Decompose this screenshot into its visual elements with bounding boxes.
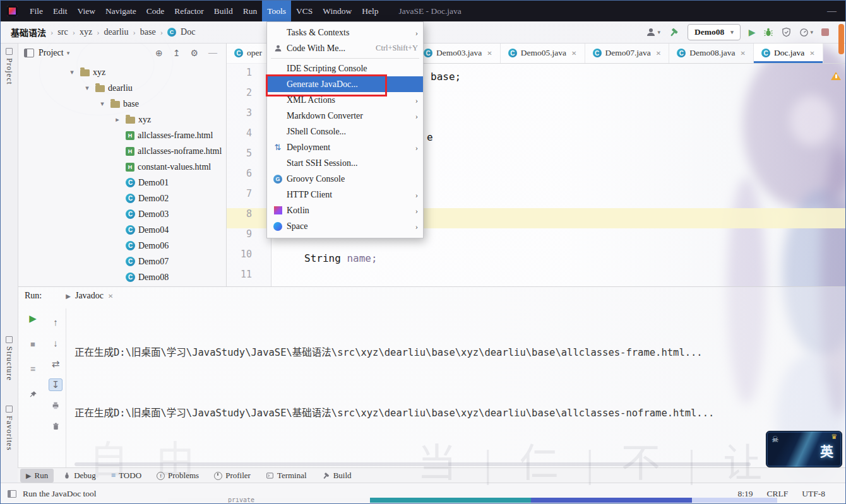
tree-item-demo01[interactable]: C Demo01 [18,175,226,190]
clear-console-icon[interactable] [49,420,63,433]
toolwindow-profiler[interactable]: Profiler [208,469,256,483]
tree-item-demo06[interactable]: C Demo06 [18,238,226,254]
minimize-button[interactable]: — [827,6,837,16]
tree-item-demo04[interactable]: C Demo04 [18,222,226,238]
menu-item-start-ssh-session[interactable]: Start SSH Session... [267,155,423,171]
tree-item-xyz[interactable]: ▾ xyz [18,64,226,80]
background-strip-teal [370,498,531,503]
breadcrumb-dearliu[interactable]: dearliu [104,27,129,37]
close-icon[interactable]: ✕ [108,293,113,300]
code-with-me-users-icon[interactable]: ▾ [646,27,660,37]
menu-build[interactable]: Build [209,1,238,21]
menu-code[interactable]: Code [141,1,170,21]
close-icon[interactable]: ✕ [571,50,576,57]
menu-window[interactable]: Window [318,1,357,21]
toolwindow-todo[interactable]: ≡ TODO [105,469,147,483]
menu-item-kotlin[interactable]: Kotlin › [267,202,423,218]
stripe-project[interactable]: Project [1,48,18,85]
menu-item-space[interactable]: Space › [267,218,423,234]
tree-item-allclasses-noframe[interactable]: H allclasses-noframe.html [18,143,226,159]
profiler-button[interactable]: ▾ [799,28,813,37]
breadcrumb-xyz[interactable]: xyz [80,27,92,37]
run-console-output[interactable]: 正在生成D:\旧桌面\学习\JavaStudy\JavaSE\基础语法\src\… [74,308,842,464]
tree-item-dearliu[interactable]: ▾ dearliu [18,80,226,96]
menu-item-http-client[interactable]: HTTP Client › [267,187,423,202]
tab-demo03[interactable]: C Demo03.java ✕ [416,43,501,63]
menu-run[interactable]: Run [238,1,263,21]
tab-demo07[interactable]: C Demo07.java ✕ [585,43,670,63]
menu-help[interactable]: Help [357,1,383,21]
run-configuration-select[interactable]: Demo08 ▾ [688,24,741,40]
toolwindow-debug[interactable]: Debug [57,469,102,483]
settings-gear-icon[interactable]: ⚙ [190,48,198,59]
project-panel-title[interactable]: Project [39,48,64,58]
menu-view[interactable]: View [73,1,100,21]
menu-tools[interactable]: Tools [262,1,291,21]
rerun-button[interactable]: ▶ [26,312,40,325]
console-horizontal-scrollbar[interactable] [74,462,751,466]
breadcrumb-doc[interactable]: Doc [181,27,195,37]
menu-item-groovy-console[interactable]: G Groovy Console [267,171,423,187]
tree-item-xyz-nested[interactable]: ▸ xyz [18,112,226,127]
pin-icon[interactable] [26,388,40,401]
stripe-favorites[interactable]: Favorites [1,406,18,451]
stop-button[interactable] [821,28,829,36]
soft-wrap-icon[interactable]: ⇄ [49,358,63,370]
menu-item-code-with-me[interactable]: Code With Me... Ctrl+Shift+Y [267,40,423,56]
tab-doc-active[interactable]: C Doc.java ✕ [754,43,823,63]
breadcrumb-base[interactable]: base [140,27,156,37]
close-icon[interactable]: ✕ [741,50,746,57]
tree-item-demo08[interactable]: C Demo08 [18,269,226,285]
print-icon[interactable] [49,399,63,412]
collapse-all-icon[interactable]: ↥ [173,48,181,59]
menu-item-markdown-converter[interactable]: Markdown Converter › [267,108,423,124]
tree-item-demo02[interactable]: C Demo02 [18,190,226,206]
tree-item-demo07[interactable]: C Demo07 [18,254,226,269]
debug-button[interactable] [763,27,773,37]
inspection-warning-icon[interactable] [831,72,841,80]
menu-navigate[interactable]: Navigate [100,1,141,21]
toolwindow-problems[interactable]: ! Problems [151,469,205,483]
menu-item-jshell-console[interactable]: JShell Console... [267,124,423,139]
scrollbar-thumb[interactable] [838,24,844,54]
menu-item-generate-javadoc[interactable]: Generate JavaDoc... [267,76,423,92]
close-icon[interactable]: ✕ [809,50,814,57]
toolwindow-toggle-icon[interactable] [8,490,16,498]
run-button[interactable]: ▶ [749,27,756,38]
coverage-button[interactable] [782,27,791,37]
encoding-indicator[interactable]: UTF-8 [802,489,825,499]
tab-demo08[interactable]: C Demo08.java ✕ [669,43,754,63]
next-occurrence-icon[interactable]: ↓ [49,337,63,349]
tree-item-base[interactable]: ▾ base [18,96,226,112]
menu-item-deployment[interactable]: ⇅ Deployment › [267,139,423,155]
close-icon[interactable]: ✕ [487,50,492,57]
hide-panel-icon[interactable]: — [208,48,217,59]
tree-item-allclasses-frame[interactable]: H allclasses-frame.html [18,127,226,143]
chevron-right-icon[interactable]: ▸ [112,115,122,124]
tree-item-demo03[interactable]: C Demo03 [18,206,226,222]
chevron-down-icon[interactable]: ▾ [82,84,92,92]
tab-demo05[interactable]: C Demo05.java ✕ [501,43,585,63]
breadcrumb-src[interactable]: src [57,27,68,37]
chevron-down-icon[interactable]: ▾ [97,100,107,108]
scroll-to-end-icon[interactable]: ↧ [49,378,63,391]
toolwindow-run[interactable]: ▶ Run [20,469,54,483]
menu-edit[interactable]: Edit [48,1,73,21]
menu-file[interactable]: File [25,1,48,21]
chevron-down-icon[interactable]: ▾ [67,68,77,76]
breadcrumb-module[interactable]: 基础语法 [11,26,46,38]
toolwindow-build[interactable]: Build [316,469,357,483]
filter-icon[interactable]: ≡ [26,363,40,375]
locate-file-icon[interactable]: ⊕ [155,48,163,59]
close-icon[interactable]: ✕ [656,50,661,57]
prev-occurrence-icon[interactable]: ↑ [49,316,63,329]
stop-process-button[interactable]: ■ [26,337,40,350]
menu-refactor[interactable]: Refactor [169,1,208,21]
run-tab-javadoc[interactable]: ▶ Javadoc ✕ [61,289,118,303]
tree-item-constant-values[interactable]: H constant-values.html [18,159,226,175]
menu-vcs[interactable]: VCS [291,1,318,21]
build-hammer-icon[interactable] [669,27,679,38]
toolwindow-terminal[interactable]: Terminal [260,469,313,483]
menu-item-tasks-contexts[interactable]: Tasks & Contexts › [267,25,423,40]
stripe-structure[interactable]: Structure [1,336,18,381]
